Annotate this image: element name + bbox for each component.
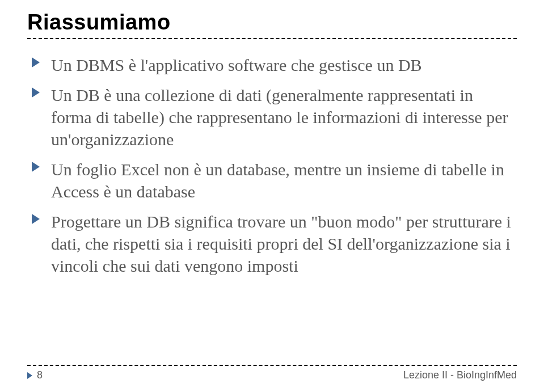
bullet-list: Un DBMS è l'applicativo software che ges… — [27, 54, 517, 277]
slide: Riassumiamo Un DBMS è l'applicativo soft… — [0, 0, 544, 392]
footer: 8 Lezione II - BioIngInfMed — [27, 365, 517, 382]
bullet-arrow-icon — [32, 87, 40, 98]
page-number: 8 — [37, 369, 43, 381]
bullet-arrow-icon — [32, 57, 40, 68]
footer-arrow-icon — [27, 372, 32, 379]
slide-title: Riassumiamo — [27, 10, 517, 35]
list-item: Un foglio Excel non è un database, mentr… — [32, 158, 517, 203]
bullet-text: Un DB è una collezione di dati (generalm… — [51, 86, 508, 149]
footer-row: 8 Lezione II - BioIngInfMed — [27, 369, 517, 381]
bullet-text: Un foglio Excel non è un database, mentr… — [51, 160, 504, 201]
bullet-text: Un DBMS è l'applicativo software che ges… — [51, 56, 422, 74]
bullet-arrow-icon — [32, 214, 40, 224]
bullet-arrow-icon — [32, 162, 40, 172]
list-item: Un DB è una collezione di dati (generalm… — [32, 84, 517, 150]
list-item: Progettare un DB significa trovare un "b… — [32, 210, 517, 277]
footer-divider — [27, 365, 517, 366]
bullet-text: Progettare un DB significa trovare un "b… — [51, 212, 511, 275]
footer-label: Lezione II - BioIngInfMed — [403, 369, 517, 381]
list-item: Un DBMS è l'applicativo software che ges… — [32, 54, 517, 76]
footer-left: 8 — [27, 369, 43, 381]
title-divider — [27, 38, 517, 39]
